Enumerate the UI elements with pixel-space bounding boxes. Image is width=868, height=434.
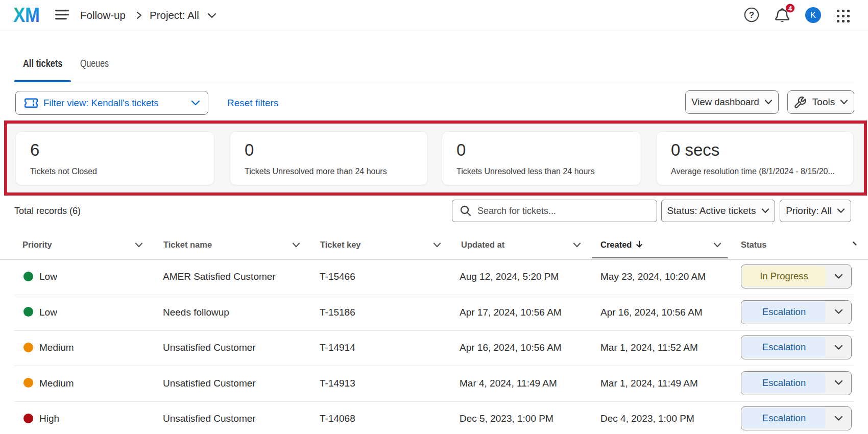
svg-text:4: 4 <box>788 5 792 12</box>
svg-text:?: ? <box>749 10 754 20</box>
svg-text:XM: XM <box>13 5 40 23</box>
